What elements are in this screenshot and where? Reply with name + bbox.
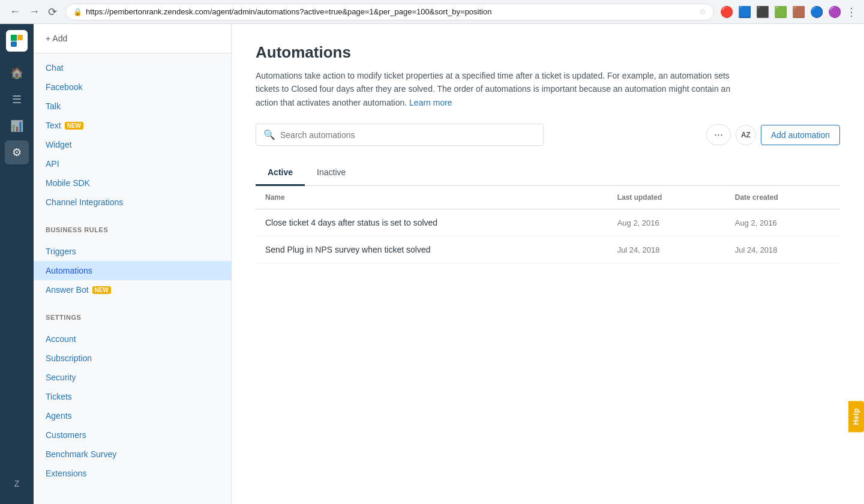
sidebar-item-label: Channel Integrations [46,197,123,207]
sidebar-item-label: Benchmark Survey [46,449,116,459]
business-rules-label: BUSINESS RULES [34,217,231,237]
sidebar-item-label: Subscription [46,353,92,363]
reload-button[interactable]: ⟳ [46,4,59,20]
col-last-updated: Last updated [608,186,725,209]
sidebar-item-label: Account [46,334,76,344]
help-button[interactable]: Help [848,401,864,432]
sidebar-item-agents[interactable]: Agents [34,406,231,425]
lock-icon: 🔒 [73,8,82,16]
sidebar-item-account[interactable]: Account [34,329,231,349]
table-row[interactable]: Close ticket 4 days after status is set … [256,209,840,236]
sort-az-button[interactable]: AZ [736,125,756,145]
sidebar-item-talk[interactable]: Talk [34,97,231,116]
sidebar-item-text[interactable]: Text NEW [34,116,231,135]
sidebar-item-label: Talk [46,101,61,111]
automation-date-created: Jul 24, 2018 [725,236,840,263]
automations-table: Name Last updated Date created Close tic… [256,186,840,263]
ext4-icon[interactable]: 🟩 [774,5,787,19]
nav-user-icon[interactable]: Z [5,472,29,496]
sidebar-item-label: Answer Bot [46,285,89,295]
sidebar-item-label: Automations [46,266,92,275]
sidebar-header: + Add [34,24,231,53]
new-badge: NEW [92,286,111,294]
sidebar-item-api[interactable]: API [34,154,231,173]
sidebar-item-label: Facebook [46,82,82,92]
main-content: Automations Automations take action to m… [232,24,864,504]
nav-settings-icon[interactable]: ⚙ [5,140,29,164]
tab-inactive[interactable]: Inactive [305,160,358,186]
nav-reports-icon[interactable]: 📊 [5,114,29,138]
channels-section: Chat Facebook Talk Text NEW Widget API M… [34,53,231,217]
sidebar-item-label: Extensions [46,469,86,478]
automation-last-updated: Jul 24, 2018 [608,236,725,263]
sidebar-item-automations[interactable]: Automations [34,261,231,280]
browser-actions: 🔴 🟦 ⬛ 🟩 🟫 🔵 🟣 ⋮ [720,5,857,19]
table-row[interactable]: Send Plug in NPS survey when ticket solv… [256,236,840,263]
sidebar-item-widget[interactable]: Widget [34,135,231,154]
sidebar-item-label: Customers [46,430,86,440]
browser-bar: ← → ⟳ 🔒 https://pembertonrank.zendesk.co… [0,0,864,24]
app-logo [6,30,28,52]
toolbar: 🔍 ··· AZ Add automation [256,124,840,146]
sidebar-item-customers[interactable]: Customers [34,425,231,445]
sidebar-item-label: Text [46,121,61,130]
sidebar-item-label: Widget [46,140,72,149]
automation-date-created: Aug 2, 2016 [725,209,840,236]
col-date-created: Date created [725,186,840,209]
ext3-icon[interactable]: ⬛ [756,5,769,19]
toolbar-right: ··· AZ Add automation [706,124,840,145]
sidebar-item-channel-integrations[interactable]: Channel Integrations [34,193,231,212]
forward-button[interactable]: → [26,4,42,20]
sidebar: + Add Chat Facebook Talk Text NEW Widget… [34,24,232,504]
learn-more-link[interactable]: Learn more [409,98,452,107]
sidebar-item-extensions[interactable]: Extensions [34,464,231,483]
sidebar-item-subscription[interactable]: Subscription [34,349,231,368]
new-badge: NEW [65,122,83,130]
star-icon[interactable]: ☆ [699,7,706,16]
sidebar-item-security[interactable]: Security [34,368,231,387]
sidebar-item-facebook[interactable]: Facebook [34,77,231,97]
ext7-icon[interactable]: 🟣 [828,5,841,19]
search-box[interactable]: 🔍 [256,124,544,146]
browser-navigation[interactable]: ← → ⟳ [7,4,59,20]
nav-home-icon[interactable]: 🏠 [5,61,29,85]
ext2-icon[interactable]: 🟦 [738,5,751,19]
automation-name: Close ticket 4 days after status is set … [256,209,608,236]
ext5-icon[interactable]: 🟫 [792,5,805,19]
page-description: Automations take action to modify ticket… [256,69,736,109]
sidebar-item-chat[interactable]: Chat [34,58,231,77]
svg-rect-0 [11,35,17,41]
sidebar-item-benchmark-survey[interactable]: Benchmark Survey [34,445,231,464]
search-icon: 🔍 [263,129,275,140]
menu-icon[interactable]: ⋮ [846,5,857,19]
sidebar-item-label: API [46,159,59,169]
ext6-icon[interactable]: 🔵 [810,5,823,19]
sidebar-item-answer-bot[interactable]: Answer Bot NEW [34,280,231,299]
sidebar-item-label: Triggers [46,247,76,256]
sidebar-item-label: Chat [46,63,64,73]
ext1-icon[interactable]: 🔴 [720,5,733,19]
sidebar-item-triggers[interactable]: Triggers [34,242,231,261]
search-input[interactable] [280,130,536,140]
add-automation-button[interactable]: Add automation [761,125,840,145]
add-button[interactable]: + Add [46,34,67,43]
sidebar-item-label: Mobile SDK [46,178,90,188]
nav-tickets-icon[interactable]: ☰ [5,88,29,112]
business-rules-section: Triggers Automations Answer Bot NEW [34,237,231,304]
tab-active[interactable]: Active [256,160,305,186]
more-options-button[interactable]: ··· [706,124,731,145]
automation-last-updated: Aug 2, 2016 [608,209,725,236]
col-name: Name [256,186,608,209]
automation-name: Send Plug in NPS survey when ticket solv… [256,236,608,263]
svg-rect-1 [17,35,23,40]
sidebar-item-tickets[interactable]: Tickets [34,387,231,406]
svg-rect-2 [11,41,17,47]
sidebar-item-label: Security [46,373,76,382]
back-button[interactable]: ← [7,4,23,20]
settings-section: Account Subscription Security Tickets Ag… [34,325,231,488]
address-bar[interactable]: 🔒 https://pembertonrank.zendesk.com/agen… [65,4,714,20]
sidebar-item-mobile-sdk[interactable]: Mobile SDK [34,173,231,193]
url-text: https://pembertonrank.zendesk.com/agent/… [86,7,491,16]
tabs: Active Inactive [256,160,840,186]
settings-label: SETTINGS [34,304,231,325]
